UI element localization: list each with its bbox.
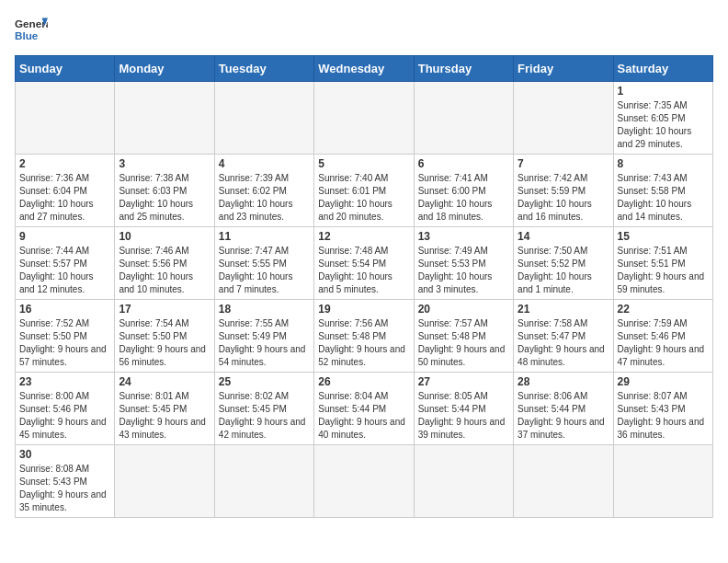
calendar-cell: 24Sunrise: 8:01 AM Sunset: 5:45 PM Dayli…: [115, 373, 214, 445]
day-number: 26: [318, 375, 409, 388]
calendar-cell: 23Sunrise: 8:00 AM Sunset: 5:46 PM Dayli…: [16, 373, 115, 445]
day-number: 21: [518, 303, 609, 316]
day-info: Sunrise: 8:07 AM Sunset: 5:43 PM Dayligh…: [618, 390, 709, 442]
day-number: 8: [618, 157, 709, 170]
weekday-header-monday: Monday: [115, 56, 214, 82]
calendar-cell: 15Sunrise: 7:51 AM Sunset: 5:51 PM Dayli…: [613, 227, 712, 300]
day-number: 22: [618, 303, 709, 316]
day-info: Sunrise: 7:49 AM Sunset: 5:53 PM Dayligh…: [418, 245, 509, 296]
calendar-week-row: 30Sunrise: 8:08 AM Sunset: 5:43 PM Dayli…: [16, 445, 713, 518]
day-info: Sunrise: 7:35 AM Sunset: 6:05 PM Dayligh…: [618, 99, 709, 151]
logo: GeneralBlue: [15, 15, 48, 48]
calendar-cell: 22Sunrise: 7:59 AM Sunset: 5:46 PM Dayli…: [613, 300, 712, 373]
day-number: 19: [318, 303, 409, 316]
day-info: Sunrise: 7:51 AM Sunset: 5:51 PM Dayligh…: [618, 245, 709, 296]
day-number: 5: [318, 157, 409, 170]
calendar-cell: 28Sunrise: 8:06 AM Sunset: 5:44 PM Dayli…: [514, 373, 613, 445]
day-number: 29: [618, 375, 709, 388]
day-info: Sunrise: 7:36 AM Sunset: 6:04 PM Dayligh…: [19, 172, 110, 224]
day-number: 30: [19, 448, 110, 461]
day-number: 1: [618, 85, 709, 98]
day-info: Sunrise: 7:38 AM Sunset: 6:03 PM Dayligh…: [119, 172, 210, 224]
day-number: 11: [219, 230, 310, 243]
day-info: Sunrise: 7:47 AM Sunset: 5:55 PM Dayligh…: [219, 245, 310, 296]
calendar-cell: [414, 82, 513, 155]
day-number: 13: [418, 230, 509, 243]
calendar-cell: 12Sunrise: 7:48 AM Sunset: 5:54 PM Dayli…: [314, 227, 414, 300]
calendar-cell: [314, 82, 414, 155]
svg-text:Blue: Blue: [15, 29, 39, 41]
calendar-body: 1Sunrise: 7:35 AM Sunset: 6:05 PM Daylig…: [16, 82, 713, 518]
day-number: 14: [518, 230, 609, 243]
calendar-header: SundayMondayTuesdayWednesdayThursdayFrid…: [16, 56, 713, 82]
calendar-cell: 3Sunrise: 7:38 AM Sunset: 6:03 PM Daylig…: [115, 155, 214, 227]
calendar-cell: 8Sunrise: 7:43 AM Sunset: 5:58 PM Daylig…: [613, 155, 712, 227]
calendar-cell: 27Sunrise: 8:05 AM Sunset: 5:44 PM Dayli…: [414, 373, 513, 445]
day-info: Sunrise: 7:40 AM Sunset: 6:01 PM Dayligh…: [318, 172, 409, 224]
day-number: 12: [318, 230, 409, 243]
calendar-cell: [214, 82, 313, 155]
calendar-cell: 10Sunrise: 7:46 AM Sunset: 5:56 PM Dayli…: [115, 227, 214, 300]
calendar-cell: [514, 445, 613, 518]
day-info: Sunrise: 7:42 AM Sunset: 5:59 PM Dayligh…: [518, 172, 609, 224]
day-number: 28: [518, 375, 609, 388]
day-info: Sunrise: 7:44 AM Sunset: 5:57 PM Dayligh…: [19, 245, 110, 296]
calendar-cell: 14Sunrise: 7:50 AM Sunset: 5:52 PM Dayli…: [514, 227, 613, 300]
calendar-cell: 17Sunrise: 7:54 AM Sunset: 5:50 PM Dayli…: [115, 300, 214, 373]
day-number: 23: [19, 375, 110, 388]
day-info: Sunrise: 8:01 AM Sunset: 5:45 PM Dayligh…: [119, 390, 210, 442]
calendar-cell: [414, 445, 513, 518]
calendar-cell: [115, 82, 214, 155]
calendar-cell: 9Sunrise: 7:44 AM Sunset: 5:57 PM Daylig…: [16, 227, 115, 300]
day-number: 6: [418, 157, 509, 170]
day-number: 7: [518, 157, 609, 170]
weekday-row: SundayMondayTuesdayWednesdayThursdayFrid…: [16, 56, 713, 82]
day-info: Sunrise: 7:48 AM Sunset: 5:54 PM Dayligh…: [318, 245, 409, 296]
day-info: Sunrise: 8:08 AM Sunset: 5:43 PM Dayligh…: [19, 463, 110, 514]
weekday-header-thursday: Thursday: [414, 56, 513, 82]
calendar-cell: 19Sunrise: 7:56 AM Sunset: 5:48 PM Dayli…: [314, 300, 414, 373]
day-info: Sunrise: 7:50 AM Sunset: 5:52 PM Dayligh…: [518, 245, 609, 296]
calendar-cell: [314, 445, 414, 518]
day-number: 15: [618, 230, 709, 243]
day-info: Sunrise: 7:46 AM Sunset: 5:56 PM Dayligh…: [119, 245, 210, 296]
day-info: Sunrise: 8:04 AM Sunset: 5:44 PM Dayligh…: [318, 390, 409, 442]
calendar-week-row: 2Sunrise: 7:36 AM Sunset: 6:04 PM Daylig…: [16, 155, 713, 227]
calendar-cell: 20Sunrise: 7:57 AM Sunset: 5:48 PM Dayli…: [414, 300, 513, 373]
day-info: Sunrise: 7:43 AM Sunset: 5:58 PM Dayligh…: [618, 172, 709, 224]
calendar-cell: 11Sunrise: 7:47 AM Sunset: 5:55 PM Dayli…: [214, 227, 313, 300]
day-number: 27: [418, 375, 509, 388]
calendar-cell: [214, 445, 313, 518]
calendar-cell: [16, 82, 115, 155]
day-info: Sunrise: 7:55 AM Sunset: 5:49 PM Dayligh…: [219, 317, 310, 369]
calendar-cell: [115, 445, 214, 518]
calendar-cell: [514, 82, 613, 155]
calendar-cell: 2Sunrise: 7:36 AM Sunset: 6:04 PM Daylig…: [16, 155, 115, 227]
day-info: Sunrise: 7:41 AM Sunset: 6:00 PM Dayligh…: [418, 172, 509, 224]
calendar-table: SundayMondayTuesdayWednesdayThursdayFrid…: [15, 55, 713, 518]
weekday-header-sunday: Sunday: [16, 56, 115, 82]
day-number: 17: [119, 303, 210, 316]
day-number: 18: [219, 303, 310, 316]
weekday-header-saturday: Saturday: [613, 56, 712, 82]
day-number: 24: [119, 375, 210, 388]
day-info: Sunrise: 8:02 AM Sunset: 5:45 PM Dayligh…: [219, 390, 310, 442]
day-info: Sunrise: 7:57 AM Sunset: 5:48 PM Dayligh…: [418, 317, 509, 369]
calendar-cell: [613, 445, 712, 518]
day-info: Sunrise: 8:05 AM Sunset: 5:44 PM Dayligh…: [418, 390, 509, 442]
day-number: 16: [19, 303, 110, 316]
calendar-cell: 16Sunrise: 7:52 AM Sunset: 5:50 PM Dayli…: [16, 300, 115, 373]
day-info: Sunrise: 7:54 AM Sunset: 5:50 PM Dayligh…: [119, 317, 210, 369]
day-number: 4: [219, 157, 310, 170]
day-info: Sunrise: 8:06 AM Sunset: 5:44 PM Dayligh…: [518, 390, 609, 442]
day-info: Sunrise: 7:56 AM Sunset: 5:48 PM Dayligh…: [318, 317, 409, 369]
day-info: Sunrise: 7:58 AM Sunset: 5:47 PM Dayligh…: [518, 317, 609, 369]
calendar-cell: 18Sunrise: 7:55 AM Sunset: 5:49 PM Dayli…: [214, 300, 313, 373]
page-header: GeneralBlue: [15, 15, 713, 48]
weekday-header-wednesday: Wednesday: [314, 56, 414, 82]
logo-icon: GeneralBlue: [15, 15, 48, 48]
calendar-cell: 6Sunrise: 7:41 AM Sunset: 6:00 PM Daylig…: [414, 155, 513, 227]
day-number: 25: [219, 375, 310, 388]
calendar-cell: 1Sunrise: 7:35 AM Sunset: 6:05 PM Daylig…: [613, 82, 712, 155]
weekday-header-tuesday: Tuesday: [214, 56, 313, 82]
